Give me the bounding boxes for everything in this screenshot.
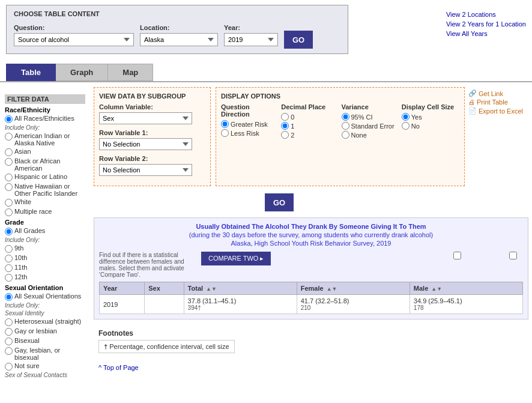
question-select[interactable]: Source of alcohol (14, 33, 134, 46)
grade-10th[interactable]: 10th (5, 254, 85, 262)
greater-risk-option[interactable]: Greater Risk (221, 120, 279, 128)
table-title-line3: Alaska, High School Youth Risk Behavior … (99, 240, 523, 247)
less-risk-radio[interactable] (221, 129, 229, 137)
sexual-heterosexual-radio[interactable] (5, 318, 13, 326)
cell-no-radio[interactable] (402, 122, 410, 130)
column-var-label: Column Variable: (99, 103, 205, 111)
none-radio[interactable] (342, 131, 349, 139)
print-table-action[interactable]: 🖨 Print Table (468, 98, 528, 106)
cell-no-option[interactable]: No (402, 122, 459, 130)
less-risk-option[interactable]: Less Risk (221, 129, 279, 137)
grade-9th-radio[interactable] (5, 245, 13, 253)
grade-12th-radio[interactable] (5, 274, 13, 282)
race-all-radio[interactable] (5, 115, 13, 123)
cell-size-col: Display Cell Size Yes No (402, 103, 459, 140)
grade-all-radio[interactable] (5, 228, 13, 235)
female-sort-arrow: ▲▼ (327, 286, 337, 292)
decimal-2-option[interactable]: 2 (281, 131, 339, 139)
race-black-radio[interactable] (5, 158, 13, 166)
race-american-indian-radio[interactable] (5, 133, 13, 141)
tab-graph[interactable]: Graph (56, 64, 108, 81)
cell-yes-option[interactable]: Yes (402, 113, 459, 121)
col-female[interactable]: Female ▲▼ (297, 282, 410, 295)
race-all[interactable]: All Races/Ethnicities (5, 115, 85, 123)
decimal-0-option[interactable]: 0 (281, 113, 339, 121)
none-option[interactable]: None (342, 131, 399, 139)
race-multiple[interactable]: Multiple race (5, 208, 85, 216)
sexual-bisexual[interactable]: Bisexual (5, 337, 85, 345)
race-multiple-radio[interactable] (5, 208, 13, 216)
sexual-not-sure[interactable]: Not sure (5, 362, 85, 371)
ci-radio[interactable] (342, 113, 349, 121)
grade-12th[interactable]: 12th (5, 273, 85, 282)
col-male[interactable]: Male ▲▼ (410, 282, 522, 295)
race-hispanic[interactable]: Hispanic or Latino (5, 173, 85, 181)
race-asian-radio[interactable] (5, 148, 13, 156)
cell-yes-radio[interactable] (402, 113, 410, 121)
race-pacific-islander-radio[interactable] (5, 183, 13, 191)
col-total[interactable]: Total ▲▼ (184, 282, 297, 295)
go-button[interactable]: GO (265, 193, 294, 211)
grade-9th[interactable]: 9th (5, 244, 85, 253)
row-var1-select[interactable]: No Selection (99, 138, 192, 150)
compare-checkbox-1[interactable] (453, 252, 461, 259)
row-var2-select[interactable]: No Selection (99, 164, 192, 176)
decimal-0-radio[interactable] (281, 113, 289, 121)
sexual-gay-lesbian-radio[interactable] (5, 328, 13, 336)
ci-option[interactable]: 95% CI (342, 113, 399, 121)
compare-checkbox-2[interactable] (509, 252, 517, 259)
print-icon: 🖨 (468, 98, 475, 106)
race-pacific-islander[interactable]: Native Hawaiian or Other Pacific Islande… (5, 183, 85, 197)
data-table: Year Sex Total ▲▼ Female ▲▼ Male ▲▼ 2019… (99, 282, 523, 314)
sexual-not-sure-label: Not sure (14, 362, 40, 369)
se-radio[interactable] (342, 122, 349, 130)
view-2-locations-link[interactable]: View 2 Locations (446, 11, 526, 18)
sexual-gay-lesbian[interactable]: Gay or lesbian (5, 327, 85, 336)
sexual-bisexual-radio[interactable] (5, 338, 13, 345)
se-option[interactable]: Standard Error (342, 122, 399, 130)
sexual-all[interactable]: All Sexual Orientations (5, 292, 85, 301)
sexual-glb[interactable]: Gay, lesbian, or bisexual (5, 347, 85, 361)
sexual-heterosexual-label: Heterosexual (straight) (14, 318, 81, 325)
race-hispanic-radio[interactable] (5, 174, 13, 181)
grade-11th-radio[interactable] (5, 264, 13, 272)
total-n: 394† (188, 305, 293, 311)
view-all-years-link[interactable]: View All Years (446, 30, 526, 37)
cell-yes-label: Yes (411, 114, 422, 121)
grade-10th-radio[interactable] (5, 255, 13, 262)
top-go-button[interactable]: GO (284, 31, 313, 49)
export-excel-action[interactable]: 📄 Export to Excel (468, 107, 528, 115)
tab-table[interactable]: Table (6, 64, 56, 81)
top-of-page-area: ^ Top of Page (94, 362, 528, 374)
sexual-not-sure-radio[interactable] (5, 363, 13, 371)
decimal-2-radio[interactable] (281, 131, 289, 139)
grade-9th-label: 9th (14, 244, 23, 252)
year-label: Year: (224, 24, 278, 31)
decimal-1-option[interactable]: 1 (281, 122, 339, 130)
race-white-radio[interactable] (5, 199, 13, 207)
sexual-heterosexual[interactable]: Heterosexual (straight) (5, 318, 85, 326)
grade-all[interactable]: All Grades (5, 227, 85, 235)
get-link-label: Get Link (479, 90, 503, 97)
sexual-glb-radio[interactable] (5, 347, 13, 355)
tab-map[interactable]: Map (108, 64, 153, 81)
decimal-0-label: 0 (291, 114, 294, 121)
race-black[interactable]: Black or African American (5, 157, 85, 172)
year-select[interactable]: 2019 (224, 33, 278, 46)
grade-11th[interactable]: 11th (5, 264, 85, 272)
column-var-select[interactable]: Sex (99, 112, 192, 124)
view-2-years-link[interactable]: View 2 Years for 1 Location (446, 20, 526, 28)
race-american-indian[interactable]: American Indian or Alaska Native (5, 132, 85, 147)
column-var-row: Column Variable: Sex (99, 103, 205, 124)
race-asian[interactable]: Asian (5, 148, 85, 156)
year-field-group: Year: 2019 (224, 24, 278, 46)
grade-all-label: All Grades (14, 227, 45, 234)
location-select[interactable]: Alaska (140, 33, 218, 46)
top-of-page-link[interactable]: ^ Top of Page (98, 364, 139, 371)
race-white[interactable]: White (5, 198, 85, 207)
compare-two-button[interactable]: COMPARE TWO ▸ (201, 252, 271, 265)
get-link-action[interactable]: 🔗 Get Link (468, 89, 528, 97)
sexual-all-radio[interactable] (5, 293, 13, 301)
greater-risk-radio[interactable] (221, 120, 229, 128)
decimal-1-radio[interactable] (281, 122, 289, 130)
